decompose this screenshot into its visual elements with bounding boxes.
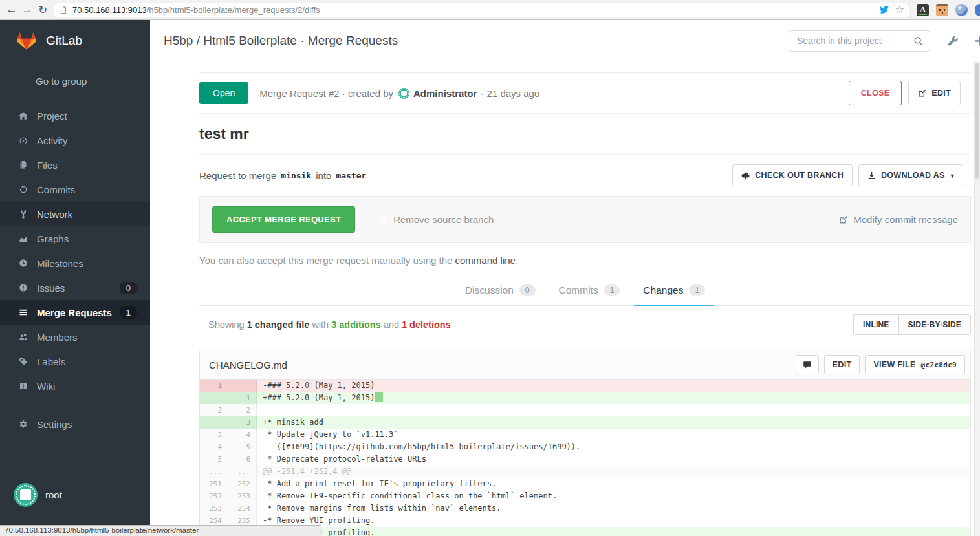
sidebar-item-wiki[interactable]: Wiki bbox=[0, 374, 150, 398]
sidebar-item-label: Issues bbox=[37, 283, 65, 294]
new-line-number[interactable]: 4 bbox=[228, 429, 257, 441]
line-content: -* Remove YUI profiling. bbox=[257, 515, 970, 527]
diff-view-switch: INLINE SIDE-BY-SIDE bbox=[853, 314, 971, 335]
tab-changes[interactable]: Changes 1 bbox=[634, 276, 714, 306]
old-line-number[interactable]: ... bbox=[200, 466, 228, 478]
gitlab-tanuki-logo-icon bbox=[16, 31, 37, 50]
diff-row: 3 +* minsik add bbox=[200, 416, 970, 429]
page-scrollbar[interactable] bbox=[974, 61, 980, 536]
dictionary-extension-icon[interactable]: A bbox=[917, 4, 929, 16]
sidebar-item-settings[interactable]: Settings bbox=[0, 412, 150, 436]
command-line-link[interactable]: command line bbox=[455, 255, 516, 266]
sidebar-item-graphs[interactable]: Graphs bbox=[0, 226, 150, 251]
browser-reload-button[interactable]: ↻ bbox=[35, 2, 50, 17]
old-line-number[interactable]: 1 bbox=[200, 380, 228, 392]
tab-commits[interactable]: Commits 1 bbox=[550, 276, 629, 306]
new-line-number[interactable]: 3 bbox=[228, 416, 257, 429]
sidebar-item-project[interactable]: Project bbox=[0, 103, 150, 128]
old-line-number[interactable] bbox=[200, 392, 228, 404]
merge-request-line: Request to merge minsik into master CHEC… bbox=[199, 155, 971, 194]
sidebar-item-files[interactable]: Files bbox=[0, 153, 150, 177]
manual-note-text: You can also accept this merge request m… bbox=[199, 255, 455, 266]
new-line-number[interactable]: 1 bbox=[228, 392, 257, 404]
old-line-number[interactable]: 2 bbox=[200, 404, 228, 416]
old-line-number[interactable]: 5 bbox=[200, 453, 228, 466]
modify-commit-message-link[interactable]: Modify commit message bbox=[839, 214, 958, 225]
diff-row: 1 -### 5.2.0 (May 1, 2015) bbox=[200, 380, 970, 392]
accept-panel: ACCEPT MERGE REQUEST Remove source branc… bbox=[199, 196, 971, 243]
new-line-number[interactable] bbox=[228, 380, 257, 392]
accept-merge-request-button[interactable]: ACCEPT MERGE REQUEST bbox=[212, 206, 355, 233]
sidebar-item-label: Graphs bbox=[37, 233, 69, 244]
address-bar[interactable]: 70.50.168.113:9013 /h5bp/html5-boilerpla… bbox=[54, 3, 909, 17]
new-line-number[interactable]: 254 bbox=[228, 502, 257, 515]
new-line-number[interactable]: 6 bbox=[228, 453, 257, 466]
scrollbar-thumb[interactable] bbox=[975, 63, 979, 179]
mr-meta-suffix: · 21 days ago bbox=[481, 88, 539, 99]
browser-forward-button[interactable]: → bbox=[19, 2, 35, 17]
sidebar-item-label: Merge Requests bbox=[37, 307, 112, 318]
current-user[interactable]: root bbox=[14, 483, 62, 507]
new-project-plus-icon[interactable] bbox=[974, 36, 980, 47]
old-line-number[interactable]: 253 bbox=[200, 502, 228, 515]
browser-back-button[interactable]: ← bbox=[4, 2, 19, 17]
sidebar-item-label: Wiki bbox=[37, 381, 55, 392]
sidebar-item-network[interactable]: Network bbox=[0, 202, 150, 226]
new-line-number[interactable]: 5 bbox=[228, 441, 257, 453]
old-line-number[interactable]: 252 bbox=[200, 490, 228, 502]
comment-bubble-icon bbox=[803, 360, 812, 369]
sidebar-item-activity[interactable]: Activity bbox=[0, 128, 150, 153]
sidebar-item-merge-requests[interactable]: Merge Requests 1 bbox=[0, 300, 150, 325]
twitter-icon[interactable] bbox=[879, 5, 889, 15]
search-input[interactable] bbox=[796, 35, 913, 47]
new-line-number[interactable]: 252 bbox=[228, 478, 257, 490]
gitlab-logo-box[interactable]: GitLab bbox=[0, 20, 150, 61]
inline-view-button[interactable]: INLINE bbox=[853, 314, 898, 335]
sidebar-item-issues[interactable]: Issues 0 bbox=[0, 275, 150, 300]
admin-wrench-icon[interactable] bbox=[948, 36, 959, 47]
old-line-number[interactable]: 4 bbox=[200, 441, 228, 453]
toggle-comments-button[interactable] bbox=[796, 355, 819, 374]
diff-file-name[interactable]: CHANGELOG.md bbox=[209, 359, 287, 370]
remove-source-branch-checkbox[interactable] bbox=[378, 215, 387, 224]
sidebar-item-labels[interactable]: Labels bbox=[0, 349, 150, 374]
sidebar-item-members[interactable]: Members bbox=[0, 325, 150, 349]
clipped-extension-icon[interactable] bbox=[975, 4, 980, 16]
new-line-number[interactable]: 2 bbox=[228, 404, 257, 416]
face-extension-icon[interactable] bbox=[936, 4, 948, 16]
edit-mr-button[interactable]: EDIT bbox=[908, 81, 961, 105]
line-content: +### 5.2.0 (May 1, 2015) bbox=[257, 392, 970, 404]
dashboard-icon bbox=[19, 136, 28, 145]
files-icon bbox=[19, 160, 28, 169]
download-as-button[interactable]: DOWNLOAD AS ▾ bbox=[858, 164, 963, 186]
go-to-group-link[interactable]: Go to group bbox=[0, 61, 150, 96]
view-file-button[interactable]: VIEW FILE @c2c8dc9 bbox=[865, 355, 965, 374]
edit-file-button[interactable]: EDIT bbox=[824, 355, 860, 374]
author-avatar[interactable] bbox=[398, 88, 409, 99]
new-line-number[interactable]: 253 bbox=[228, 490, 257, 502]
side-by-side-view-button[interactable]: SIDE-BY-SIDE bbox=[898, 314, 971, 335]
graphs-icon bbox=[19, 234, 28, 243]
sidebar-item-milestones[interactable]: Milestones bbox=[0, 251, 150, 275]
project-search bbox=[789, 30, 930, 52]
diff-row: 1 +### 5.2.0 (May 1, 2015) bbox=[200, 392, 970, 404]
sidebar-item-commits[interactable]: Commits bbox=[0, 177, 150, 202]
breadcrumb: H5bp / Html5 Boilerplate · Merge Request… bbox=[164, 34, 398, 48]
changed-file-count[interactable]: 1 changed file bbox=[247, 319, 310, 330]
home-icon bbox=[19, 111, 28, 120]
new-line-number[interactable]: ... bbox=[228, 466, 257, 478]
old-line-number[interactable] bbox=[200, 416, 228, 429]
search-icon[interactable] bbox=[913, 36, 923, 46]
tab-discussion[interactable]: Discussion 0 bbox=[456, 276, 545, 306]
author-name[interactable]: Administrator bbox=[413, 88, 477, 99]
bookmark-star-icon[interactable]: ☆ bbox=[895, 5, 904, 15]
old-line-number[interactable]: 251 bbox=[200, 478, 228, 490]
old-line-number[interactable]: 3 bbox=[200, 429, 228, 441]
close-mr-button[interactable]: CLOSE bbox=[849, 81, 902, 105]
line-content: * Remove IE9-specific conditional class … bbox=[257, 490, 970, 502]
sidebar-item-label: Commits bbox=[37, 184, 75, 195]
check-out-branch-button[interactable]: CHECK OUT BRANCH bbox=[732, 164, 853, 186]
globe-extension-icon[interactable] bbox=[955, 4, 968, 16]
diff-row: 2 2 bbox=[200, 404, 970, 416]
diff-row: ... ... @@ -251,4 +252,4 @@ bbox=[200, 466, 970, 478]
